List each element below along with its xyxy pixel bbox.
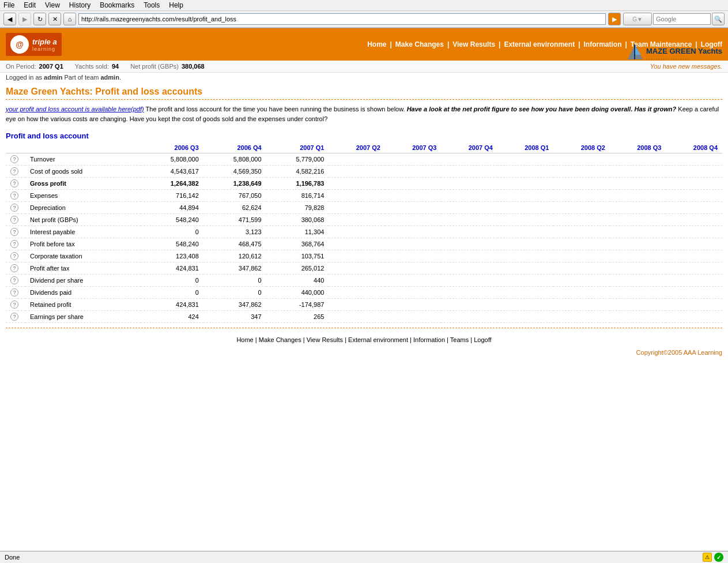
help-icon[interactable]: ? bbox=[10, 313, 18, 321]
cell-q2-2008 bbox=[553, 153, 610, 166]
footer-make-changes[interactable]: Make Changes bbox=[259, 336, 301, 343]
help-icon-cell[interactable]: ? bbox=[6, 202, 25, 214]
footer-logoff[interactable]: Logoff bbox=[474, 336, 491, 343]
profit-value: 380,068 bbox=[182, 63, 205, 70]
cell-q1-2008 bbox=[497, 190, 554, 202]
help-icon-cell[interactable]: ? bbox=[6, 153, 25, 166]
help-icon[interactable]: ? bbox=[10, 252, 18, 260]
help-icon[interactable]: ? bbox=[10, 167, 18, 175]
pdf-link[interactable]: your profit and loss account is availabl… bbox=[6, 106, 144, 112]
help-icon[interactable]: ? bbox=[10, 216, 18, 224]
footer-view-results[interactable]: View Results bbox=[307, 336, 343, 343]
help-icon-cell[interactable]: ? bbox=[6, 275, 25, 287]
help-icon-cell[interactable]: ? bbox=[6, 287, 25, 299]
nav-information[interactable]: Information bbox=[583, 40, 621, 48]
cell-q2-2008 bbox=[553, 311, 610, 323]
help-icon-cell[interactable]: ? bbox=[6, 262, 25, 275]
help-icon-cell[interactable]: ? bbox=[6, 166, 25, 178]
footer-copyright: Copyright©2005 AAA Learning bbox=[0, 347, 728, 358]
cell-q4-2006: 5,808,000 bbox=[203, 153, 266, 166]
logo-circle: @ bbox=[10, 35, 29, 54]
help-icon[interactable]: ? bbox=[10, 301, 18, 309]
cell-q4-2008 bbox=[666, 226, 722, 238]
cell-q4-2006: 3,123 bbox=[203, 226, 266, 238]
col-q1-2007: 2007 Q1 bbox=[266, 142, 329, 153]
help-icon[interactable]: ? bbox=[10, 264, 18, 272]
help-icon-cell[interactable]: ? bbox=[6, 226, 25, 238]
cell-q2-2007 bbox=[329, 214, 385, 226]
row-label: Dividend per share bbox=[25, 275, 141, 287]
cell-q3-2006: 0 bbox=[141, 275, 203, 287]
table-row: ? Profit after tax 424,831 347,862 265,0… bbox=[6, 262, 722, 275]
help-icon[interactable]: ? bbox=[10, 192, 18, 200]
help-icon[interactable]: ? bbox=[10, 204, 18, 212]
help-icon-cell[interactable]: ? bbox=[6, 190, 25, 202]
menu-edit[interactable]: Edit bbox=[24, 1, 36, 9]
footer-information[interactable]: Information bbox=[413, 336, 445, 343]
search-button[interactable]: 🔍 bbox=[712, 13, 725, 25]
footer-external[interactable]: External environment bbox=[348, 336, 408, 343]
menu-file[interactable]: File bbox=[3, 1, 14, 9]
help-icon[interactable]: ? bbox=[10, 288, 18, 296]
help-icon[interactable]: ? bbox=[10, 276, 18, 284]
cell-q3-2006: 548,240 bbox=[141, 238, 203, 250]
cell-q4-2006: 347 bbox=[203, 311, 266, 323]
nav-external-environment[interactable]: External environment bbox=[504, 40, 575, 48]
help-icon-cell[interactable]: ? bbox=[6, 178, 25, 190]
cell-q1-2008 bbox=[497, 250, 554, 262]
menu-tools[interactable]: Tools bbox=[144, 1, 160, 9]
help-icon[interactable]: ? bbox=[10, 179, 18, 187]
help-icon-cell[interactable]: ? bbox=[6, 238, 25, 250]
cell-q2-2007 bbox=[329, 275, 385, 287]
help-icon-cell[interactable]: ? bbox=[6, 311, 25, 323]
cell-q2-2007 bbox=[329, 166, 385, 178]
cell-q1-2007: -174,987 bbox=[266, 299, 329, 311]
cell-q2-2008 bbox=[553, 202, 610, 214]
address-input[interactable] bbox=[78, 13, 606, 25]
help-icon[interactable]: ? bbox=[10, 228, 18, 236]
cell-q1-2008 bbox=[497, 214, 554, 226]
login-info: Logged in as admin Part of team admin. bbox=[0, 73, 728, 82]
menu-help[interactable]: Help bbox=[169, 1, 183, 9]
cell-q3-2007 bbox=[385, 166, 442, 178]
search-input[interactable] bbox=[653, 13, 711, 25]
menu-view[interactable]: View bbox=[45, 1, 60, 9]
footer-home[interactable]: Home bbox=[236, 336, 253, 343]
nav-home[interactable]: Home bbox=[367, 40, 386, 48]
cell-q4-2008 bbox=[666, 299, 722, 311]
refresh-button[interactable]: ↻ bbox=[33, 13, 46, 25]
period-value: 2007 Q1 bbox=[39, 63, 63, 70]
forward-button[interactable]: ▶ bbox=[18, 13, 31, 25]
cell-q2-2007 bbox=[329, 311, 385, 323]
help-icon[interactable]: ? bbox=[10, 155, 18, 163]
cell-q1-2008 bbox=[497, 166, 554, 178]
description-main: The profit and loss account for the time… bbox=[146, 106, 407, 112]
stop-button[interactable]: ✕ bbox=[48, 13, 61, 25]
col-help bbox=[6, 142, 25, 153]
help-icon-cell[interactable]: ? bbox=[6, 214, 25, 226]
cell-q4-2007 bbox=[441, 299, 497, 311]
footer-teams[interactable]: Teams bbox=[450, 336, 469, 343]
menu-history[interactable]: History bbox=[69, 1, 90, 9]
home-button[interactable]: ⌂ bbox=[63, 13, 76, 25]
cell-q4-2007 bbox=[441, 202, 497, 214]
help-icon-cell[interactable]: ? bbox=[6, 250, 25, 262]
col-q2-2008: 2008 Q2 bbox=[553, 142, 610, 153]
cell-q3-2008 bbox=[610, 238, 666, 250]
nav-make-changes[interactable]: Make Changes bbox=[395, 40, 444, 48]
menu-bookmarks[interactable]: Bookmarks bbox=[100, 1, 134, 9]
cell-q1-2007: 103,751 bbox=[266, 250, 329, 262]
footer-nav: Home | Make Changes | View Results | Ext… bbox=[0, 333, 728, 347]
nav-view-results[interactable]: View Results bbox=[452, 40, 495, 48]
back-button[interactable]: ◀ bbox=[3, 13, 16, 25]
cell-q4-2007 bbox=[441, 287, 497, 299]
cell-q1-2008 bbox=[497, 287, 554, 299]
cell-q3-2008 bbox=[610, 190, 666, 202]
table-row: ? Retained profit 424,831 347,862 -174,9… bbox=[6, 299, 722, 311]
cell-q3-2008 bbox=[610, 202, 666, 214]
go-button[interactable]: ▶ bbox=[608, 13, 621, 25]
help-icon[interactable]: ? bbox=[10, 240, 18, 248]
help-icon-cell[interactable]: ? bbox=[6, 299, 25, 311]
cell-q2-2007 bbox=[329, 262, 385, 275]
cell-q3-2008 bbox=[610, 275, 666, 287]
